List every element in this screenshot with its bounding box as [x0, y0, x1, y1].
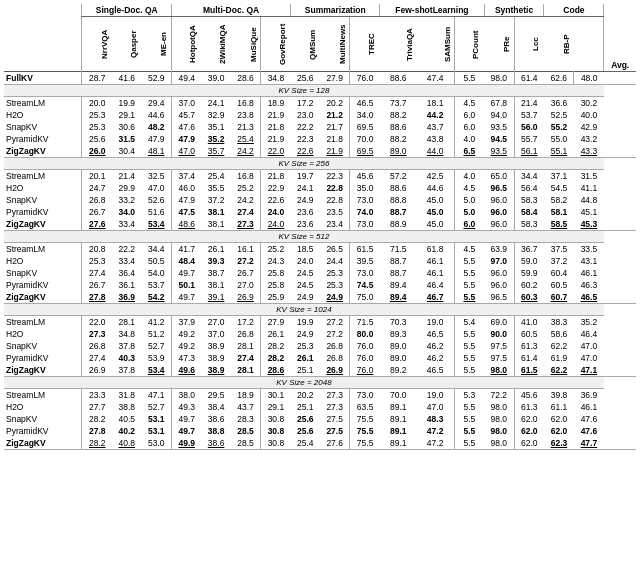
cell-value: 27.7 — [82, 401, 112, 413]
method-label: StreamLM — [4, 170, 82, 183]
fullkv-val-9: 76.0 — [350, 72, 380, 85]
cell-value: 28.5 — [231, 425, 261, 437]
method-label: SnapKV — [4, 340, 82, 352]
cell-value: 24.0 — [261, 206, 291, 218]
fullkv-val-11: 47.4 — [417, 72, 455, 85]
table-row: H2O27.738.852.749.338.443.729.125.127.36… — [4, 401, 636, 413]
cell-value: 38.3 — [544, 316, 574, 329]
cell-value: 98.0 — [484, 413, 514, 425]
table-row: PyramidKV27.840.253.149.738.828.530.825.… — [4, 425, 636, 437]
cell-value: 24.4 — [320, 255, 350, 267]
table-row: H2O25.329.144.645.732.923.821.923.021.23… — [4, 109, 636, 121]
cell-value: 24.9 — [291, 291, 320, 304]
method-label: ZigZagKV — [4, 291, 82, 304]
table-row: ZigZagKV28.240.853.049.938.628.530.825.4… — [4, 437, 636, 450]
cell-value: 36.9 — [112, 291, 141, 304]
cell-value: 40.8 — [112, 437, 141, 450]
cell-value: 27.2 — [320, 316, 350, 329]
cell-value: 24.0 — [291, 255, 320, 267]
cell-value: 26.5 — [320, 243, 350, 256]
cell-value: 23.8 — [231, 109, 261, 121]
cell-value: 18.5 — [291, 243, 320, 256]
cell-value: 35.0 — [350, 182, 380, 194]
cell-value: 38.7 — [201, 267, 230, 279]
cell-value: 25.1 — [291, 364, 320, 377]
cell-value: 5.5 — [454, 352, 484, 364]
method-label: H2O — [4, 255, 82, 267]
cell-value: 44.6 — [417, 182, 455, 194]
cell-value: 26.9 — [320, 364, 350, 377]
cell-value: 52.7 — [141, 340, 171, 352]
cell-value: 49.7 — [171, 267, 201, 279]
cell-value: 89.4 — [380, 291, 417, 304]
cell-value: 23.6 — [291, 218, 320, 231]
cell-value: 24.1 — [291, 182, 320, 194]
fullkv-val-8: 27.9 — [320, 72, 350, 85]
cell-value: 63.9 — [484, 243, 514, 256]
cell-value: 53.1 — [141, 413, 171, 425]
cell-value: 39.1 — [201, 291, 230, 304]
table-row: StreamLM20.822.234.441.726.116.125.218.5… — [4, 243, 636, 256]
cell-value: 24.1 — [201, 97, 230, 110]
col-multinews: MultiNews — [320, 17, 350, 72]
cell-value: 46.3 — [574, 279, 604, 291]
cell-value: 44.6 — [141, 109, 171, 121]
avg-header: Avg. — [604, 4, 636, 72]
cell-value: 27.3 — [231, 218, 261, 231]
cell-value: 61.4 — [514, 352, 544, 364]
table-row: SnapKV27.436.454.049.738.726.725.824.525… — [4, 267, 636, 279]
cell-value: 65.0 — [484, 170, 514, 183]
cell-value: 37.2 — [201, 194, 230, 206]
cell-value: 73.0 — [350, 389, 380, 402]
cell-value: 27.3 — [320, 401, 350, 413]
cell-value: 23.3 — [82, 389, 112, 402]
cell-value: 25.6 — [291, 425, 320, 437]
cell-value: 30.2 — [574, 97, 604, 110]
cell-value: 49.9 — [171, 437, 201, 450]
cell-value: 75.5 — [350, 437, 380, 450]
cell-value: 47.0 — [417, 401, 455, 413]
cell-value: 24.3 — [261, 255, 291, 267]
fullkv-val-0: 28.7 — [82, 72, 112, 85]
cell-value: 5.5 — [454, 255, 484, 267]
cell-value: 49.2 — [171, 340, 201, 352]
cell-value: 46.1 — [417, 267, 455, 279]
fullkv-row: FullKV 28.7 41.6 52.9 49.4 39.0 28.6 34.… — [4, 72, 636, 85]
cell-value: 39.3 — [201, 255, 230, 267]
cell-value: 35.1 — [201, 121, 230, 133]
table-row: SnapKV25.330.648.247.635.121.321.822.221… — [4, 121, 636, 133]
cell-value: 62.0 — [514, 413, 544, 425]
col-nrrvqa: NrrVQA — [82, 17, 112, 72]
cell-value: 45.6 — [350, 170, 380, 183]
cell-value: 29.5 — [201, 389, 230, 402]
cell-value: 98.0 — [484, 401, 514, 413]
cell-value: 5.0 — [454, 206, 484, 218]
fullkv-val-13: 98.0 — [484, 72, 514, 85]
cell-value: 89.1 — [380, 413, 417, 425]
cell-value: 20.8 — [82, 243, 112, 256]
empty-header — [4, 4, 82, 72]
cell-value: 96.0 — [484, 218, 514, 231]
cell-value: 25.4 — [291, 437, 320, 450]
cell-value: 27.2 — [320, 328, 350, 340]
cell-value: 27.8 — [82, 291, 112, 304]
cell-value: 75.5 — [350, 413, 380, 425]
cell-value: 44.8 — [574, 194, 604, 206]
table-row: ZigZagKV26.937.853.449.638.928.128.625.1… — [4, 364, 636, 377]
cell-value: 27.5 — [320, 425, 350, 437]
cell-value: 27.6 — [320, 437, 350, 450]
cell-value: 97.5 — [484, 340, 514, 352]
kv-section-header: KV Size = 128 — [4, 85, 636, 97]
table-row: StreamLM23.331.847.138.029.518.930.120.2… — [4, 389, 636, 402]
cell-value: 27.0 — [201, 316, 230, 329]
col-meen: ME-en — [141, 17, 171, 72]
cell-value: 43.2 — [574, 133, 604, 145]
fullkv-val-5: 28.6 — [231, 72, 261, 85]
cell-value: 26.8 — [320, 340, 350, 352]
cell-value: 38.1 — [201, 218, 230, 231]
cell-value: 89.0 — [380, 352, 417, 364]
cell-value: 52.5 — [544, 109, 574, 121]
cell-value: 45.0 — [417, 206, 455, 218]
cell-value: 88.8 — [380, 194, 417, 206]
cell-value: 19.0 — [417, 389, 455, 402]
